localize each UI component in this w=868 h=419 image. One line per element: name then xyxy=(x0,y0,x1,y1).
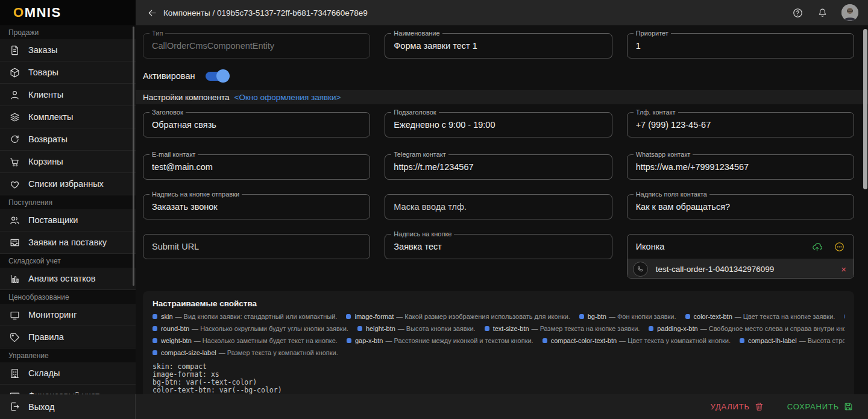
whatsapp-contact-input[interactable] xyxy=(627,155,854,179)
properties-code-block[interactable]: skin: compact image-format: xs bg-btn: v… xyxy=(153,363,844,394)
sidebar-item-label: Заявки на поставку xyxy=(28,238,107,247)
field-label: Приоритет xyxy=(634,30,671,37)
sidebar-section-pricing: Ценообразование xyxy=(0,290,136,304)
prop-item: width-btn— Ширина кнопки заявки. xyxy=(844,313,844,320)
logout-icon xyxy=(9,401,20,412)
sidebar-item-label: Возвраты xyxy=(28,134,68,144)
sidebar-item-label: Правила xyxy=(28,332,64,342)
sidebar-item-carts[interactable]: Корзины xyxy=(0,151,136,173)
remove-icon[interactable]: × xyxy=(841,265,846,274)
sidebar-item-finance[interactable]: Финансовый учет xyxy=(0,385,136,394)
phone-mask-input[interactable] xyxy=(385,195,611,219)
sidebar-item-rules[interactable]: Правила xyxy=(0,326,136,348)
prop-name: gap-x-btn xyxy=(355,337,383,344)
sidebar-item-wishlists[interactable]: Списки избранных xyxy=(0,173,136,195)
prop-name: padding-x-btn xyxy=(657,325,697,332)
prop-name: color-text-btn xyxy=(694,313,732,320)
logo-area: OMNIS xyxy=(0,0,136,25)
back-arrow-icon[interactable] xyxy=(146,7,158,19)
save-button-label: СОХРАНИТЬ xyxy=(787,402,839,411)
sidebar-item-label: Склады xyxy=(28,368,60,378)
component-settings-strip: Настройки компонента <Окно оформления за… xyxy=(136,90,868,104)
prop-item: height-btn— Высота кнопки заявки. xyxy=(357,325,476,332)
prop-desc: — Свободное место слева и справа внутри … xyxy=(700,325,844,332)
save-button[interactable]: СОХРАНИТЬ xyxy=(787,402,854,412)
activated-toggle[interactable] xyxy=(206,72,228,81)
sidebar-section-incoming: Поступления xyxy=(0,195,136,209)
sidebar-scrollbar[interactable] xyxy=(133,27,134,286)
prop-item: padding-x-btn— Свободное место слева и с… xyxy=(649,325,844,332)
email-contact-input[interactable] xyxy=(143,155,370,179)
sidebar-item-label: Товары xyxy=(28,68,58,77)
sidebar-item-kits[interactable]: Комплекты xyxy=(0,106,136,128)
upload-cloud-icon[interactable] xyxy=(811,241,823,253)
delete-button[interactable]: УДАЛИТЬ xyxy=(710,402,764,412)
phone-contact-input[interactable] xyxy=(627,113,854,137)
prop-name: round-btn xyxy=(161,325,189,332)
sidebar-item-orders[interactable]: Заказы xyxy=(0,39,136,61)
notifications-bell-icon[interactable] xyxy=(817,7,828,19)
sidebar-item-returns[interactable]: Возвраты xyxy=(0,128,136,151)
building-icon xyxy=(9,368,20,379)
icon-panel: Иконка test-call-order-1-0401342976099 × xyxy=(627,234,854,279)
prop-desc: — Вид кнопки заявки: стандартный или ком… xyxy=(175,313,338,320)
subheader-input[interactable] xyxy=(385,113,611,137)
main-scrollbar[interactable] xyxy=(863,29,867,189)
field-whatsapp-contact: Whatsapp контакт xyxy=(627,154,854,180)
toggle-knob xyxy=(216,69,230,83)
icon-panel-title: Иконка xyxy=(636,242,665,251)
prop-desc: — Высота кнопки заявки. xyxy=(398,325,476,332)
send-button-label-input[interactable] xyxy=(143,195,370,219)
component-settings-label: Настройки компонента xyxy=(143,93,230,102)
priority-input[interactable] xyxy=(627,34,854,58)
sidebar-item-warehouses[interactable]: Склады xyxy=(0,362,136,385)
component-settings-link[interactable]: <Окно оформления заявки> xyxy=(234,93,341,102)
bullet-icon xyxy=(579,314,584,319)
bullet-icon xyxy=(153,326,157,331)
header-input[interactable] xyxy=(143,113,370,137)
prop-desc: — Фон кнопки заявки. xyxy=(609,313,676,320)
sidebar-item-label: Заказы xyxy=(28,45,57,55)
sidebar-item-logout[interactable]: Выход xyxy=(0,394,136,419)
contact-field-label-input[interactable] xyxy=(627,195,854,219)
field-label: Надпись на кнопке отправки xyxy=(149,191,242,198)
sidebar-item-supply-requests[interactable]: Заявки на поставку xyxy=(0,232,136,254)
name-input[interactable] xyxy=(385,34,611,58)
props-line: weight-btn— Насколько заметным будет тек… xyxy=(153,337,844,344)
sidebar-item-stock-analysis[interactable]: Анализ остатков xyxy=(0,268,136,290)
field-telegram-contact: Telegram контакт xyxy=(385,154,612,180)
bullet-icon xyxy=(153,314,157,319)
icon-panel-header: Иконка xyxy=(627,235,854,259)
activated-label: Активирован xyxy=(143,71,195,81)
sidebar-item-label: Поставщики xyxy=(28,215,78,225)
sidebar-item-label: Корзины xyxy=(28,157,63,166)
telegram-contact-input[interactable] xyxy=(385,155,611,179)
button-label-input[interactable] xyxy=(385,235,611,259)
help-icon[interactable] xyxy=(792,7,804,19)
sidebar-item-monitoring[interactable]: Мониторинг xyxy=(0,304,136,326)
prop-name: image-format xyxy=(354,313,394,320)
tag-icon xyxy=(9,332,20,343)
breadcrumb: Компоненты / 019b5c73-5137-72ff-b681-734… xyxy=(163,8,368,17)
sidebar-item-clients[interactable]: Клиенты xyxy=(0,84,136,106)
field-priority: Приоритет xyxy=(627,33,854,58)
sidebar-item-products[interactable]: Товары xyxy=(0,61,136,84)
props-line: round-btn— Насколько округлыми будут угл… xyxy=(153,325,844,332)
field-label: Тлф. контакт xyxy=(634,109,678,116)
prop-item: compact-lh-label— Высота строки подписи … xyxy=(740,337,844,344)
sidebar-section-sales: Продажи xyxy=(0,25,136,39)
field-label: Надпись на кнопке xyxy=(391,230,454,238)
submit-url-input[interactable] xyxy=(143,235,370,259)
field-label: E-mail контакт xyxy=(149,151,198,159)
omnis-logo: OMNIS xyxy=(13,5,61,20)
bullet-icon xyxy=(153,350,157,355)
configurable-properties-card: Настраиваемые свойства skin— Вид кнопки … xyxy=(143,291,854,394)
field-send-button-label: Надпись на кнопке отправки xyxy=(143,194,370,219)
logout-label: Выход xyxy=(28,402,54,412)
cart-icon xyxy=(9,156,20,168)
user-avatar[interactable] xyxy=(841,4,858,21)
sidebar-item-suppliers[interactable]: Поставщики xyxy=(0,209,136,232)
prop-item: bg-btn— Фон кнопки заявки. xyxy=(579,313,676,320)
sidebar-item-label: Анализ остатков xyxy=(28,274,95,283)
more-options-icon[interactable] xyxy=(834,241,845,253)
